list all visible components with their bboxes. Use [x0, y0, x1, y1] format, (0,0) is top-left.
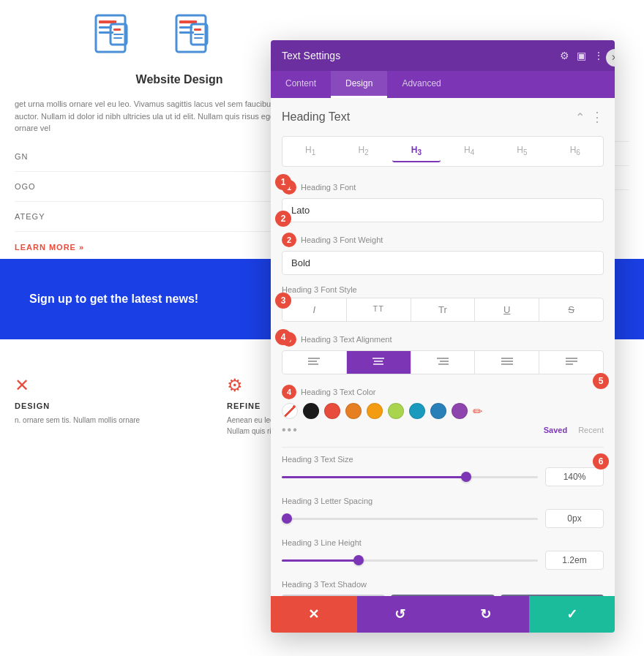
- color-purple[interactable]: [452, 403, 468, 419]
- letter-slider-row: 0px: [282, 509, 604, 528]
- step-badge-1: 1: [275, 174, 291, 190]
- size-value: 140%: [545, 467, 604, 486]
- tab-content[interactable]: Content: [271, 71, 331, 98]
- panel-title: Text Settings: [282, 50, 340, 61]
- color-transparent[interactable]: [282, 403, 298, 419]
- line-thumb[interactable]: [353, 555, 364, 565]
- color-red[interactable]: [324, 403, 340, 419]
- color-label: Heading 3 Text Color: [301, 388, 376, 396]
- tab-design[interactable]: Design: [331, 71, 387, 98]
- color-yellow[interactable]: [367, 403, 383, 419]
- panel-header: Text Settings ⚙ ▣ ⋮: [271, 40, 615, 71]
- style-label: Heading 3 Font Style: [282, 285, 604, 294]
- step-badge-2: 2: [275, 211, 291, 227]
- split-icon[interactable]: ▣: [577, 50, 586, 61]
- heading-tab-h3[interactable]: H3: [392, 140, 441, 162]
- font-row: 1 Heading 3 Font Lato Arial Georgia: [282, 180, 604, 222]
- heading-tab-h1[interactable]: H1: [286, 140, 334, 162]
- align-justify-btn[interactable]: [475, 351, 539, 374]
- svg-rect-6: [113, 34, 124, 35]
- heading-tab-h6[interactable]: H6: [551, 140, 599, 162]
- color-blue[interactable]: [430, 403, 446, 419]
- tab-advanced[interactable]: Advanced: [387, 71, 455, 98]
- tt-btn[interactable]: TT: [347, 298, 411, 321]
- process-col-1: ✕ DESIGN n. ornare sem tis. Nullam molli…: [15, 375, 205, 437]
- letter-value: 0px: [545, 509, 604, 528]
- align-justify2-btn[interactable]: [539, 351, 603, 374]
- weight-row: 2 Heading 3 Font Weight Bold Normal Ligh…: [282, 233, 604, 275]
- color-teal[interactable]: [409, 403, 425, 419]
- step-badge-6: 6: [593, 453, 609, 470]
- line-slider-row: 1.2em: [282, 551, 604, 570]
- shadow-label: Heading 3 Text Shadow: [282, 580, 604, 589]
- line-slider[interactable]: [282, 553, 538, 568]
- cancel-button[interactable]: ✕: [271, 596, 357, 633]
- size-slider[interactable]: [282, 470, 538, 484]
- color-row-container: 4 Heading 3 Text Color ✏ ••• Saved Rec: [282, 385, 604, 437]
- line-fill: [282, 559, 359, 562]
- collapse-icon[interactable]: ⌃: [575, 110, 585, 124]
- shadow-row: Heading 3 Text Shadow aA aA aA aA: [282, 580, 604, 596]
- heading-tab-h5[interactable]: H5: [498, 140, 546, 162]
- heading-tab-h4[interactable]: H4: [445, 140, 493, 162]
- capitalize-btn[interactable]: Tr: [411, 298, 476, 321]
- panel-tabs: Content Design Advanced: [271, 71, 615, 98]
- italic-btn[interactable]: I: [282, 298, 347, 321]
- step-badge-5: 5: [593, 373, 609, 389]
- svg-rect-15: [194, 37, 203, 39]
- letter-row: Heading 3 Letter Spacing 0px: [282, 497, 604, 528]
- svg-rect-14: [194, 34, 204, 35]
- size-thumb[interactable]: [461, 472, 471, 482]
- letter-track: [282, 518, 538, 520]
- align-right-btn[interactable]: [411, 351, 476, 374]
- design-title: DESIGN: [15, 401, 205, 410]
- redo-button[interactable]: ↻: [443, 596, 529, 633]
- step-badge-3: 3: [275, 293, 291, 309]
- panel-body: Heading Text ⌃ ⋮ H1 H2 H3 H4 H5 H6 1 Hea…: [271, 98, 615, 596]
- align-center-btn[interactable]: [347, 351, 411, 374]
- size-fill: [282, 476, 466, 478]
- saved-tab[interactable]: Saved: [544, 426, 567, 434]
- website-icon-1: [88, 7, 146, 66]
- more-colors-btn[interactable]: •••: [282, 423, 299, 437]
- more-options-icon[interactable]: ⋮: [591, 109, 604, 125]
- line-value: 1.2em: [545, 551, 604, 570]
- step-2-badge: 2: [282, 233, 296, 247]
- align-left-btn[interactable]: [282, 351, 347, 374]
- heading-tab-h2[interactable]: H2: [339, 140, 387, 162]
- letter-slider[interactable]: [282, 511, 538, 526]
- website-title-1: Website Design: [59, 73, 300, 86]
- section-header: Heading Text ⌃ ⋮: [282, 109, 604, 125]
- weight-select[interactable]: Bold Normal Light: [282, 251, 604, 275]
- divider-1: [282, 447, 604, 448]
- underline-btn[interactable]: U: [475, 298, 539, 321]
- step-4-badge: 4: [282, 385, 296, 399]
- style-row: Heading 3 Font Style I TT Tr U S: [282, 285, 604, 322]
- font-select[interactable]: Lato Arial Georgia: [282, 198, 604, 222]
- recent-tab[interactable]: Recent: [578, 426, 604, 434]
- svg-rect-9: [179, 20, 197, 23]
- website-icon-2: [168, 7, 227, 66]
- size-row: Heading 3 Text Size 140%: [282, 455, 604, 486]
- letter-label: Heading 3 Letter Spacing: [282, 497, 604, 505]
- design-text: n. ornare sem tis. Nullam mollis ornare: [15, 415, 205, 426]
- color-lime[interactable]: [388, 403, 404, 419]
- size-track: [282, 476, 538, 478]
- color-swatches: ✏: [282, 403, 604, 419]
- weight-label: Heading 3 Font Weight: [301, 235, 383, 244]
- letter-thumb[interactable]: [282, 513, 292, 524]
- color-orange[interactable]: [345, 403, 362, 419]
- color-black[interactable]: [303, 403, 319, 419]
- color-pen-icon[interactable]: ✏: [473, 404, 482, 418]
- svg-rect-13: [194, 29, 201, 31]
- line-track: [282, 559, 538, 562]
- strike-btn[interactable]: S: [539, 298, 603, 321]
- undo-button[interactable]: ↺: [357, 596, 443, 633]
- settings-icon[interactable]: ⚙: [560, 50, 569, 61]
- more-icon[interactable]: ⋮: [594, 50, 604, 61]
- section-title: Heading Text: [282, 110, 350, 124]
- font-label: Heading 3 Font: [301, 183, 356, 192]
- save-button[interactable]: ✓: [529, 596, 615, 633]
- color-tab-row: Saved Recent: [544, 426, 604, 434]
- svg-rect-7: [113, 37, 122, 39]
